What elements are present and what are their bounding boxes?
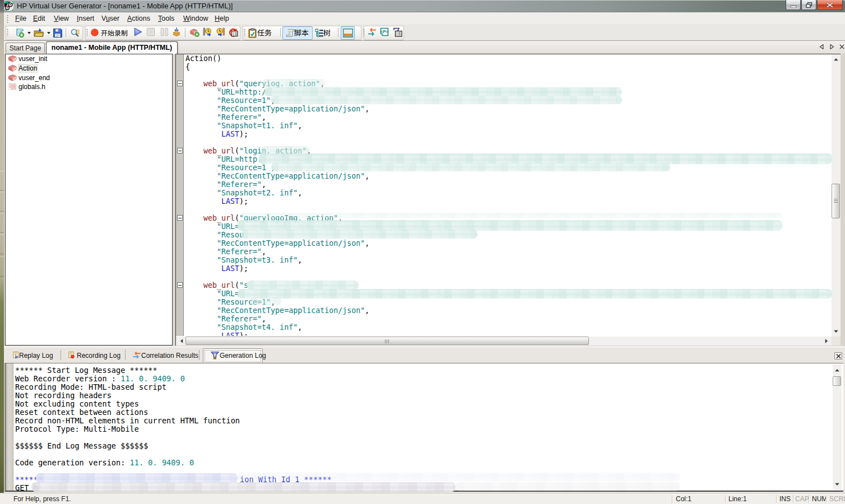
close-button[interactable] (817, 0, 843, 10)
minimize-button[interactable] (786, 0, 801, 10)
status-help-text: For Help, press F1. (13, 495, 71, 503)
new-script-dropdown-arrow[interactable] (27, 32, 31, 34)
save-icon[interactable] (53, 28, 63, 38)
menubar-grip[interactable] (7, 15, 8, 23)
redaction-blur (36, 473, 238, 483)
menu-insert[interactable]: Insert (77, 15, 94, 22)
tab-scroll-right-icon[interactable] (828, 43, 836, 51)
correlation-results-icon (132, 351, 141, 361)
fold-collapse-box[interactable] (177, 81, 183, 86)
toolbar: <P> (4, 25, 845, 41)
open-dropdown-arrow[interactable] (47, 32, 50, 34)
menu-vuser[interactable]: Vuser (101, 15, 119, 22)
end-transaction-icon[interactable] (216, 27, 225, 37)
toolbar-separator (338, 28, 338, 37)
redaction-blur (250, 297, 281, 305)
fold-collapse-box[interactable] (177, 282, 183, 288)
log-vscroll-up-arrow-icon[interactable] (833, 366, 842, 375)
editor-vscroll-up-arrow-icon[interactable] (832, 55, 841, 64)
stop-icon (146, 27, 155, 36)
start-recording-label (101, 30, 128, 36)
vugen-app-icon (4, 2, 13, 11)
editor-vscroll-thumb[interactable] (832, 184, 840, 218)
tab-scroll-left-icon[interactable] (818, 43, 825, 51)
output-pane-button[interactable] (341, 26, 355, 40)
tab-close-icon[interactable] (838, 43, 845, 51)
redaction-blur (271, 96, 622, 104)
pause-icon (160, 27, 169, 36)
tab-start-page[interactable]: Start Page (6, 43, 45, 53)
tree-view-button[interactable] (313, 27, 337, 39)
status-column-indicator: Col:1 (676, 495, 691, 503)
document-tab-bar: Start Page noname1 - Mobile App (HTTP/HT… (4, 41, 845, 54)
redaction-blur (241, 213, 782, 218)
redaction-blur (264, 87, 622, 96)
fold-collapse-box[interactable] (177, 148, 183, 153)
log-content[interactable]: ****** Start Log Message ****** Web Reco… (14, 363, 832, 491)
menu-help[interactable]: Help (215, 15, 229, 22)
output-tab-bar: Replay Log Recording Log Correlation Res… (4, 347, 845, 363)
rendezvous-icon[interactable] (228, 27, 238, 37)
new-script-icon[interactable] (15, 28, 25, 38)
menu-actions[interactable]: Actions (127, 15, 150, 22)
editor-hscrollbar[interactable] (176, 337, 832, 346)
menu-view[interactable]: View (54, 15, 69, 22)
output-panel-close-button[interactable] (834, 352, 842, 360)
log-vscrollbar[interactable] (833, 365, 842, 490)
action-brick-icon (8, 74, 17, 83)
start-recording-button[interactable] (87, 27, 132, 39)
editor-hscroll-thumb[interactable] (185, 337, 589, 345)
toolbar-grip-4[interactable] (363, 29, 365, 36)
log-panel-gutter (6, 363, 13, 491)
output-pane-icon (343, 29, 353, 38)
editor-hscroll-right-arrow-icon[interactable] (822, 337, 831, 346)
parameter-page-icon[interactable]: <P> (380, 27, 389, 37)
log-vscroll-down-arrow-icon[interactable] (833, 480, 842, 489)
menu-file[interactable]: File (15, 15, 26, 22)
action-brick-icon (8, 55, 17, 64)
tree-view-icon (315, 29, 324, 38)
tasks-label (257, 29, 272, 36)
menu-tools[interactable]: Tools (158, 15, 174, 22)
editor-fold-gutter (176, 54, 184, 336)
restore-button[interactable] (801, 0, 816, 10)
log-vscroll-thumb[interactable] (833, 376, 841, 386)
run-icon[interactable] (134, 27, 142, 36)
title-bar[interactable]: HP Virtual User Generator - [noname1 - M… (4, 0, 845, 12)
script-view-label (294, 29, 309, 36)
menu-edit[interactable]: Edit (33, 15, 45, 22)
replay-log-icon (13, 351, 19, 361)
globals-header-icon (8, 83, 17, 92)
redaction-blur (262, 79, 325, 88)
new-action-icon[interactable] (190, 27, 199, 37)
tree-view-label (323, 29, 331, 36)
tasks-button[interactable] (244, 27, 277, 39)
start-transaction-icon[interactable] (203, 27, 212, 37)
toolbar-grip-1[interactable] (7, 29, 8, 36)
menu-window[interactable]: Window (183, 15, 208, 22)
status-bar: For Help, press F1. Col:1 Line:1 INSCAPN… (0, 493, 845, 504)
editor-hscroll-left-arrow-icon[interactable] (177, 337, 186, 346)
fold-collapse-box[interactable] (177, 215, 183, 221)
window-list-icon[interactable] (392, 27, 402, 37)
record-icon (91, 29, 99, 36)
svg-text:<P>: <P> (380, 29, 388, 34)
status-flag-scrl: SCRL (829, 495, 845, 503)
action-brick-icon (8, 64, 17, 73)
editor-vscroll-down-arrow-icon[interactable] (832, 327, 841, 336)
redaction-blur (271, 163, 670, 171)
toolbar-separator (185, 28, 185, 37)
toolbar-separator (280, 28, 281, 37)
editor-vscrollbar[interactable] (832, 54, 841, 337)
open-script-icon[interactable] (34, 28, 44, 38)
status-flag-cap: CAP (795, 495, 809, 503)
menu-bar: FileEditViewInsertVuserActionsToolsWindo… (4, 12, 845, 25)
redaction-blur (238, 289, 832, 298)
tab-noname1[interactable]: noname1 - Mobile App (HTTP/HTML) (46, 41, 178, 54)
redaction-blur (31, 482, 456, 492)
script-view-button[interactable] (282, 26, 313, 40)
sync-icon[interactable] (367, 27, 377, 37)
desktop-edge (0, 0, 4, 504)
search-icon[interactable] (70, 28, 80, 38)
compile-icon[interactable] (172, 27, 181, 37)
